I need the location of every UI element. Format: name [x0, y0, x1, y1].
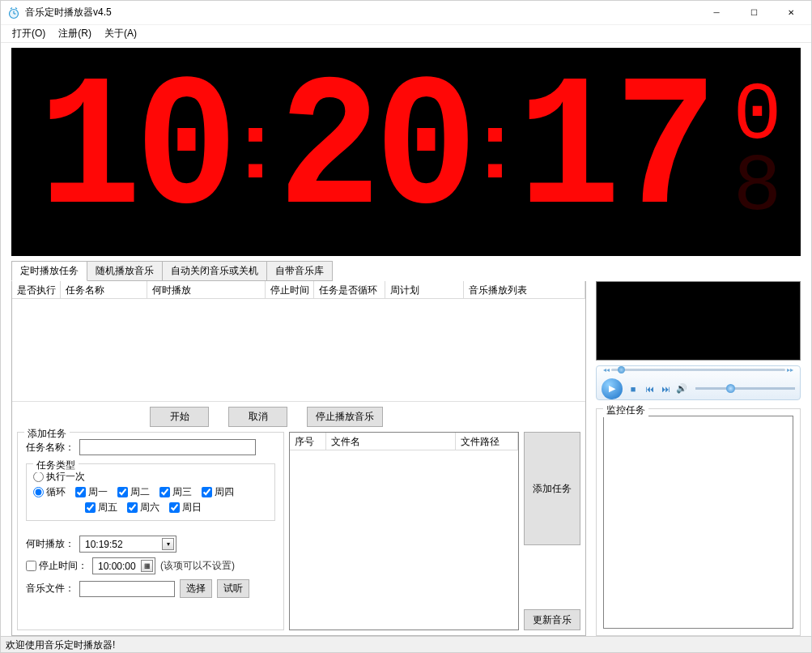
clock-seconds: 17: [518, 59, 712, 245]
check-fri[interactable]: 周五: [85, 501, 117, 514]
col-loop[interactable]: 任务是否循环: [314, 281, 385, 298]
task-type-group: 任务类型 执行一次 循环 周一 周二 周三 周四 周五 周六 周日: [26, 463, 275, 521]
start-button[interactable]: 开始: [150, 407, 209, 427]
add-task-title: 添加任务: [24, 427, 70, 441]
col-when[interactable]: 何时播放: [147, 281, 266, 298]
col-list[interactable]: 音乐播放列表: [464, 281, 585, 298]
tab-scheduled[interactable]: 定时播放任务: [11, 261, 87, 281]
tab-auto-close[interactable]: 自动关闭音乐或关机: [162, 261, 267, 281]
clock-display: 10 : 20 : 17 0 8: [11, 48, 801, 256]
menu-about[interactable]: 关于(A): [98, 25, 143, 42]
status-text: 欢迎使用音乐定时播放器!: [6, 639, 115, 651]
player-controls: ◂◂ ▸▸ ▶ ■ ⏮ ⏭ 🔊: [596, 365, 801, 400]
clock-hours: 10: [39, 59, 232, 245]
task-name-label: 任务名称：: [26, 441, 74, 455]
check-sun[interactable]: 周日: [169, 501, 202, 514]
maximize-button[interactable]: ☐: [735, 1, 772, 25]
monitor-title: 监控任务: [603, 403, 648, 417]
calendar-icon[interactable]: ▾: [162, 538, 174, 550]
prev-icon[interactable]: ⏮: [644, 384, 655, 394]
preview-button[interactable]: 试听: [217, 579, 249, 598]
music-file-label: 音乐文件：: [26, 582, 74, 595]
col-plan[interactable]: 周计划: [385, 281, 464, 298]
check-thu[interactable]: 周四: [202, 485, 234, 499]
fcol-no[interactable]: 序号: [290, 433, 326, 450]
monitor-group: 监控任务: [596, 408, 801, 636]
file-list[interactable]: 序号 文件名 文件路径: [289, 432, 519, 630]
check-sat[interactable]: 周六: [127, 501, 159, 514]
seek-fwd-icon: ▸▸: [787, 366, 793, 373]
stop-icon[interactable]: ■: [627, 384, 639, 394]
tab-library[interactable]: 自带音乐库: [266, 261, 333, 281]
clock-colon: :: [479, 87, 512, 199]
window-title: 音乐定时播放器v4.5: [25, 6, 698, 19]
clock-minutes: 20: [278, 59, 472, 245]
next-icon[interactable]: ⏭: [660, 384, 671, 394]
stop-music-button[interactable]: 停止播放音乐: [307, 407, 383, 427]
task-name-input[interactable]: [79, 439, 256, 455]
tabs: 定时播放任务 随机播放音乐 自动关闭音乐或关机 自带音乐库: [1, 261, 811, 281]
monitor-list[interactable]: [603, 416, 793, 629]
add-task-group: 添加任务 任务名称： 任务类型 执行一次 循环 周一 周二 周三 周四: [17, 432, 284, 630]
volume-slider[interactable]: [695, 387, 795, 390]
radio-loop[interactable]: 循环: [33, 485, 66, 499]
fcol-name[interactable]: 文件名: [326, 433, 456, 450]
col-exec[interactable]: 是否执行: [12, 281, 61, 298]
cancel-button[interactable]: 取消: [228, 407, 287, 427]
col-stop[interactable]: 停止时间: [266, 281, 314, 298]
fcol-path[interactable]: 文件路径: [456, 433, 518, 450]
menubar: 打开(O) 注册(R) 关于(A): [1, 25, 811, 43]
video-preview: [596, 281, 801, 361]
svg-line-4: [15, 7, 17, 9]
select-button[interactable]: 选择: [180, 579, 212, 598]
seek-bar[interactable]: ◂◂ ▸▸: [602, 367, 795, 373]
tab-random[interactable]: 随机播放音乐: [87, 261, 163, 281]
svg-line-3: [11, 7, 12, 9]
stop-hint: (该项可以不设置): [160, 559, 235, 573]
volume-icon[interactable]: 🔊: [676, 383, 687, 394]
stop-time-input[interactable]: 10:00:00 ▦: [92, 557, 155, 574]
status-bar: 欢迎使用音乐定时播放器!: [1, 636, 811, 652]
clock-colon: :: [240, 87, 272, 199]
add-task-button[interactable]: 添加任务: [524, 432, 580, 545]
menu-register[interactable]: 注册(R): [52, 25, 98, 42]
minimize-button[interactable]: ─: [698, 1, 735, 25]
check-mon[interactable]: 周一: [75, 485, 108, 499]
calendar-icon[interactable]: ▦: [141, 560, 153, 572]
close-button[interactable]: ✕: [772, 1, 810, 25]
check-tue[interactable]: 周二: [117, 485, 150, 499]
clock-tenths-bottom: 8: [733, 152, 782, 224]
stop-checkbox[interactable]: 停止时间：: [26, 559, 87, 573]
music-file-input[interactable]: [79, 581, 175, 597]
check-wed[interactable]: 周三: [159, 485, 192, 499]
titlebar: 音乐定时播放器v4.5 ─ ☐ ✕: [1, 1, 811, 25]
col-name[interactable]: 任务名称: [61, 281, 147, 298]
task-type-title: 任务类型: [33, 459, 79, 472]
task-table[interactable]: 是否执行 任务名称 何时播放 停止时间 任务是否循环 周计划 音乐播放列表: [12, 281, 585, 402]
menu-open[interactable]: 打开(O): [6, 25, 52, 42]
seek-back-icon: ◂◂: [603, 366, 610, 373]
update-music-button[interactable]: 更新音乐: [524, 609, 580, 630]
when-label: 何时播放：: [26, 537, 74, 551]
app-icon: [7, 6, 20, 19]
when-time-input[interactable]: 10:19:52 ▾: [79, 536, 176, 553]
play-button[interactable]: ▶: [602, 378, 623, 399]
